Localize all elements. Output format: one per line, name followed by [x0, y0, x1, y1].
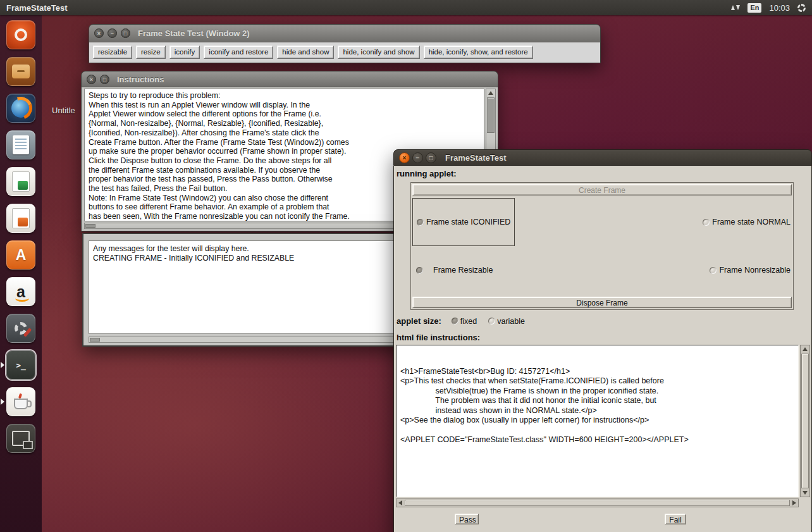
maximize-icon[interactable]: □ — [426, 152, 436, 163]
instructions-line: {Iconified, Non-resizalbe}). After chosi… — [89, 128, 484, 138]
system-settings-icon — [6, 314, 35, 343]
instructions-titlebar[interactable]: × □ Instructions — [81, 71, 498, 87]
radio-frame-resizable[interactable]: Frame Resizable — [416, 246, 493, 294]
iconify-and-restore-button[interactable]: iconify and restore — [204, 46, 273, 59]
background-window-title: Untitle — [52, 106, 75, 115]
html-vertical-scrollbar[interactable] — [800, 345, 810, 497]
launcher-item-libreoffice-calc[interactable] — [6, 167, 35, 196]
instructions-line: When this test is run an Applet Viewer w… — [89, 101, 484, 110]
amazon-icon: a — [6, 277, 35, 306]
frame-state-window2-titlebar[interactable]: × − □ Frame State Test (Window 2) — [89, 24, 601, 42]
window2-title: Frame State Test (Window 2) — [138, 28, 250, 38]
firefox-icon — [6, 94, 35, 123]
radio-frame-nonresizable[interactable]: Frame Nonresizable — [710, 246, 790, 294]
html-line: instead was shown in the NORMAL state.</… — [400, 406, 798, 416]
radio-label: fixed — [460, 317, 477, 326]
desktop: Untitle × − □ Frame State Test (Window 2… — [0, 0, 812, 532]
maximize-icon[interactable]: □ — [121, 28, 130, 38]
radio-label: Frame state NORMAL — [712, 218, 790, 226]
close-icon[interactable]: × — [399, 152, 410, 163]
scroll-down-arrow-icon[interactable] — [801, 489, 809, 497]
applet-size-row: applet size: fixed variable — [397, 316, 536, 326]
radio-icon — [416, 267, 423, 274]
scrollbar-thumb[interactable] — [405, 500, 790, 506]
scrollbar-thumb[interactable] — [85, 224, 95, 228]
sync-arrows-icon[interactable] — [731, 5, 740, 10]
scroll-up-arrow-icon[interactable] — [486, 89, 495, 97]
applet-panel: Create Frame Frame state ICONIFIED Frame… — [410, 182, 794, 310]
launcher-item-amazon[interactable]: a — [6, 277, 35, 306]
workspace-switcher-icon — [6, 424, 35, 453]
launcher-item-libreoffice-impress[interactable] — [6, 204, 35, 233]
html-instructions-textarea[interactable]: <h1>FrameStateTest<br>Bug ID: 4157271</h… — [396, 345, 799, 497]
maximize-icon[interactable]: □ — [100, 75, 109, 84]
radio-label: Frame Resizable — [433, 266, 493, 275]
radio-icon — [452, 318, 458, 325]
ubuntu-software-icon: A — [6, 240, 35, 269]
running-indicator-icon — [1, 399, 4, 405]
scroll-up-arrow-icon[interactable] — [801, 345, 809, 353]
minimize-icon[interactable]: − — [108, 28, 117, 38]
top-panel: FrameStateTest En 10:03 — [0, 0, 812, 15]
close-icon[interactable]: × — [94, 28, 104, 38]
ubuntu-logo-icon — [6, 20, 35, 49]
scrollbar-thumb[interactable] — [90, 338, 100, 342]
unity-launcher: A a >_ — [0, 15, 42, 532]
html-line: <p>This test checks that when setState(F… — [400, 376, 798, 386]
hide-iconify-and-show-button[interactable]: hide, iconify and show — [338, 46, 419, 59]
html-line: <APPLET CODE="FrameStateTest.class" WIDT… — [400, 435, 798, 445]
window2-body: resizable resize iconify iconify and res… — [89, 42, 601, 63]
resizable-button[interactable]: resizable — [93, 46, 132, 59]
scrollbar-thumb[interactable] — [487, 97, 495, 133]
iconify-button[interactable]: iconify — [169, 46, 200, 59]
radio-icon — [488, 318, 495, 325]
html-file-instructions-label: html file instructions: — [397, 333, 480, 342]
launcher-item-system-settings[interactable] — [6, 314, 35, 343]
dispose-frame-button[interactable]: Dispose Frame — [412, 297, 792, 308]
close-icon[interactable]: × — [87, 75, 96, 84]
applet-body: running applet: Create Frame Frame state… — [393, 166, 812, 532]
launcher-item-workspace-switcher[interactable] — [6, 424, 35, 453]
html-line: setVisible(true) the Frame is shown in t… — [400, 387, 798, 396]
instructions-line: Create Frame button. After the Frame (Fr… — [89, 138, 484, 147]
running-applet-label: running applet: — [397, 169, 457, 178]
radio-size-fixed[interactable]: fixed — [452, 317, 477, 326]
scrollbar-thumb[interactable] — [801, 354, 809, 488]
applet-titlebar[interactable]: × − □ FrameStateTest — [393, 149, 812, 166]
radio-frame-state-normal[interactable]: Frame state NORMAL — [703, 198, 790, 246]
radio-label: variable — [497, 317, 525, 326]
launcher-item-text-editor[interactable] — [6, 130, 35, 159]
launcher-item-terminal[interactable]: >_ — [6, 350, 35, 380]
fail-button[interactable]: Fail — [665, 514, 686, 524]
session-gear-icon[interactable] — [797, 4, 806, 12]
terminal-icon: >_ — [6, 350, 35, 380]
applet-window-title: FrameStateTest — [445, 153, 507, 163]
libreoffice-impress-icon — [6, 204, 35, 233]
radio-icon — [703, 219, 710, 226]
launcher-item-firefox[interactable] — [6, 94, 35, 123]
running-indicator-icon — [1, 362, 4, 368]
launcher-item-files[interactable] — [6, 57, 35, 86]
panel-app-title: FrameStateTest — [6, 3, 68, 13]
radio-label: Frame Nonresizable — [719, 266, 790, 275]
launcher-item-java[interactable] — [6, 387, 35, 416]
clock[interactable]: 10:03 — [769, 3, 790, 13]
minimize-icon[interactable]: − — [412, 152, 423, 163]
launcher-item-ubuntu[interactable] — [6, 20, 35, 49]
radio-icon — [417, 219, 424, 226]
resize-button[interactable]: resize — [136, 46, 166, 59]
scroll-left-arrow-icon[interactable] — [397, 499, 404, 507]
radio-frame-state-iconified[interactable]: Frame state ICONIFIED — [412, 198, 515, 246]
radio-size-variable[interactable]: variable — [488, 317, 525, 326]
scroll-right-arrow-icon[interactable] — [790, 499, 798, 507]
panel-indicators: En 10:03 — [731, 3, 806, 13]
hide-and-show-button[interactable]: hide and show — [277, 46, 334, 59]
pass-button[interactable]: Pass — [455, 514, 479, 524]
launcher-item-ubuntu-software[interactable]: A — [6, 240, 35, 269]
hide-iconify-show-and-restore-button[interactable]: hide, iconify, show, and restore — [424, 46, 533, 59]
radio-label: Frame state ICONIFIED — [426, 218, 510, 226]
create-frame-button[interactable]: Create Frame — [412, 184, 792, 195]
html-horizontal-scrollbar[interactable] — [396, 498, 799, 507]
keyboard-indicator[interactable]: En — [747, 3, 761, 13]
applet-viewer-window: × − □ FrameStateTest running applet: Cre… — [393, 149, 812, 532]
